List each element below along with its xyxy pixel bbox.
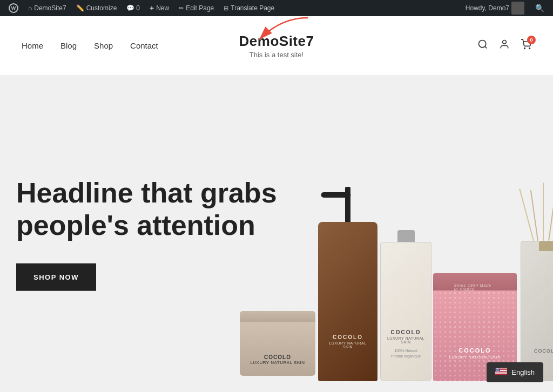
- cart-badge: 0: [527, 36, 536, 44]
- cart-button[interactable]: 0: [521, 39, 531, 52]
- nav-home[interactable]: Home: [22, 41, 43, 50]
- wordpress-logo-icon: W: [9, 3, 18, 13]
- comment-icon: 💬: [126, 4, 134, 12]
- svg-point-11: [496, 368, 496, 369]
- svg-rect-8: [495, 372, 507, 373]
- comments-button[interactable]: 💬 0: [122, 0, 144, 16]
- nav-contact[interactable]: Contact: [130, 41, 158, 50]
- product-pump-bottle: COCOLO LUXURY NATURAL SKIN: [318, 187, 377, 381]
- svg-rect-9: [495, 374, 507, 375]
- admin-search-button[interactable]: 🔍: [531, 0, 549, 16]
- svg-point-19: [499, 369, 500, 369]
- translate-icon: ⊞: [224, 5, 228, 12]
- svg-point-1: [479, 40, 486, 48]
- howdy-button[interactable]: Howdy, Demo7: [461, 0, 529, 16]
- svg-point-13: [497, 368, 498, 369]
- language-label: English: [511, 368, 535, 376]
- site-name-button[interactable]: ⌂ DemoSite7: [24, 0, 71, 16]
- site-brand-tagline: This is a test site!: [239, 51, 314, 59]
- svg-point-12: [497, 368, 497, 369]
- new-button[interactable]: + New: [145, 0, 173, 16]
- svg-point-16: [496, 369, 497, 369]
- svg-point-14: [498, 368, 499, 369]
- product-lotion-bottle: COCOLO LUXURY NATURAL SKIN 100% NaturalP…: [380, 230, 431, 381]
- svg-point-18: [498, 369, 498, 369]
- hero-content: Headline that grabs people's attention S…: [16, 177, 297, 291]
- product-tin: COCOLO LUXURY NATURAL SKIN: [240, 311, 315, 376]
- site-nav: Home Blog Shop Contact: [22, 41, 158, 50]
- flag-icon: [495, 368, 507, 377]
- product-reed-diffuser: COCOLO: [521, 241, 553, 381]
- nav-shop[interactable]: Shop: [94, 41, 113, 50]
- svg-point-28: [499, 370, 500, 371]
- admin-bar: W ⌂ DemoSite7 ✏️ Customize 💬 0 + New ✏ E…: [0, 0, 553, 16]
- svg-point-4: [529, 48, 530, 49]
- search-button[interactable]: [477, 39, 488, 52]
- svg-point-22: [497, 370, 498, 370]
- shop-now-button[interactable]: SHOP NOW: [16, 263, 96, 290]
- svg-point-27: [498, 370, 498, 371]
- svg-point-23: [498, 370, 499, 370]
- svg-point-20: [496, 370, 496, 370]
- svg-point-25: [496, 370, 497, 371]
- translate-page-button[interactable]: ⊞ Translate Page: [219, 0, 279, 16]
- nav-blog[interactable]: Blog: [60, 41, 77, 50]
- customize-icon: ✏️: [76, 4, 84, 12]
- customize-button[interactable]: ✏️ Customize: [72, 0, 122, 16]
- wp-logo-button[interactable]: W: [4, 0, 23, 16]
- hero-headline: Headline that grabs people's attention: [16, 177, 297, 242]
- plus-icon: +: [150, 4, 154, 12]
- site-brand: DemoSite7 This is a test site!: [239, 33, 314, 59]
- svg-point-15: [499, 368, 500, 369]
- account-button[interactable]: [499, 39, 510, 52]
- search-icon: 🔍: [535, 4, 544, 12]
- language-switcher[interactable]: English: [487, 362, 543, 382]
- edit-icon: ✏: [179, 5, 184, 12]
- svg-point-26: [497, 370, 498, 371]
- hero-section: Headline that grabs people's attention S…: [0, 76, 553, 392]
- svg-point-21: [497, 370, 497, 370]
- site-header: Home Blog Shop Contact DemoSite7 This is…: [0, 16, 553, 76]
- svg-point-24: [499, 370, 500, 370]
- svg-point-3: [524, 48, 525, 49]
- home-icon: ⌂: [28, 4, 32, 12]
- header-icons: 0: [477, 39, 531, 52]
- user-avatar-icon: [511, 2, 524, 15]
- product-tin-label: COCOLO LUXURY NATURAL SKIN: [250, 354, 305, 365]
- svg-point-17: [497, 369, 498, 369]
- edit-page-button[interactable]: ✏ Edit Page: [174, 0, 218, 16]
- site-brand-name: DemoSite7: [239, 33, 314, 50]
- admin-bar-right: Howdy, Demo7 🔍: [461, 0, 549, 16]
- svg-point-2: [503, 40, 507, 44]
